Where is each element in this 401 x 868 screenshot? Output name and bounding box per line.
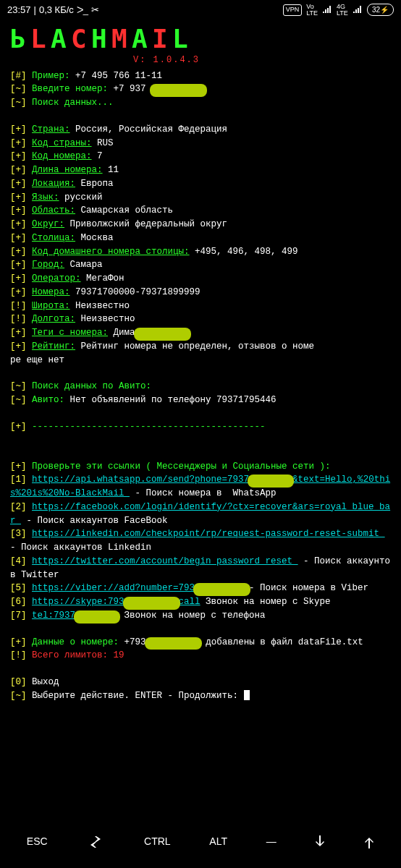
cursor-icon[interactable] bbox=[244, 690, 250, 700]
value-country-code: RUS bbox=[97, 138, 114, 148]
value-longitude: Неизвестно bbox=[81, 314, 135, 324]
signal-icon-2 bbox=[353, 6, 363, 14]
terminal-icon: ᐳ_ bbox=[77, 3, 88, 17]
svg-text:A: A bbox=[132, 24, 149, 54]
value-avito: Нет объявлений по телефону 79371795446 bbox=[70, 395, 277, 405]
app-version: V: 1.0.4.3 bbox=[0, 54, 210, 67]
redacted-link1 bbox=[249, 473, 292, 487]
svg-text:M: M bbox=[111, 24, 129, 54]
dash-key[interactable]: — bbox=[266, 834, 277, 849]
svg-text:L: L bbox=[172, 24, 190, 54]
svg-text:H: H bbox=[91, 24, 109, 54]
status-bar: 23:57 | 0,3 КБ/с ᐳ_ ✂ VPN VoLTE 4GLTE 32… bbox=[0, 0, 401, 20]
up-arrow-key[interactable] bbox=[364, 835, 374, 848]
value-city: Самара bbox=[70, 260, 103, 270]
added-to-file: добавлены в файл dataFile.txt bbox=[206, 637, 363, 647]
value-tag-name: Дима bbox=[114, 328, 135, 338]
alt-key[interactable]: ALT bbox=[209, 834, 227, 849]
label-country-code: Код страны: bbox=[32, 138, 92, 148]
down-arrow-key[interactable] bbox=[315, 835, 325, 848]
svg-text:L: L bbox=[30, 24, 48, 54]
link7-desc: Звонок на номер с телефона bbox=[119, 610, 266, 621]
exit-option[interactable]: Выход bbox=[32, 677, 59, 687]
label-home-code: Код домашнего номера столицы: bbox=[32, 247, 190, 257]
redacted-number bbox=[151, 82, 206, 96]
volte-icon: VoLTE bbox=[306, 4, 318, 17]
link-tel[interactable]: tel:7937 bbox=[32, 610, 119, 621]
label-avito: Авито: bbox=[32, 395, 64, 405]
divider-dashes: ----------------------------------------… bbox=[32, 422, 266, 432]
redacted-link5 bbox=[195, 582, 249, 595]
label-country: Страна: bbox=[32, 124, 70, 135]
label-avito-search: Поиск данных по Авито: bbox=[32, 381, 151, 391]
link-twitter[interactable]: https://twitter.com/account/begin_passwo… bbox=[32, 556, 298, 566]
added-number: +793 bbox=[124, 637, 146, 647]
redacted-tag bbox=[135, 326, 190, 340]
app-logo: Ь L A C H M A I L bbox=[0, 20, 401, 54]
value-numbers: 79371700000-79371899999 bbox=[75, 287, 200, 297]
label-numbers: Номера: bbox=[32, 287, 70, 297]
svg-text:C: C bbox=[71, 24, 88, 54]
status-time: 23:57 bbox=[7, 3, 31, 17]
label-tags: Теги с номера: bbox=[32, 328, 108, 338]
redacted-added bbox=[146, 636, 200, 650]
label-region: Область: bbox=[32, 205, 75, 216]
label-capital: Столица: bbox=[32, 233, 75, 243]
link5-desc: - Поиск номера в Viber bbox=[249, 583, 368, 593]
signal-icon bbox=[322, 6, 332, 14]
status-right: VPN VoLTE 4GLTE 32⚡ bbox=[283, 4, 394, 17]
link-linkedin[interactable]: https://linkedin.com/checkpoint/rp/reque… bbox=[32, 529, 385, 539]
label-number-code: Код номера: bbox=[32, 151, 92, 161]
svg-text:I: I bbox=[152, 24, 169, 54]
label-operator: Оператор: bbox=[32, 273, 81, 284]
value-number-code: 7 bbox=[97, 151, 103, 161]
value-location: Европа bbox=[81, 179, 114, 189]
battery-badge: 32⚡ bbox=[367, 4, 394, 16]
rating-tail: ре еще нет bbox=[10, 355, 64, 365]
link6-desc: Звонок на номер с Skype bbox=[200, 597, 331, 607]
value-language: русский bbox=[64, 192, 103, 203]
redacted-link6 bbox=[124, 595, 179, 609]
label-number-len: Длина номера: bbox=[32, 165, 103, 175]
esc-key[interactable]: ESC bbox=[27, 834, 48, 849]
value-country: Россия, Российская Федерация bbox=[75, 124, 227, 135]
status-left: 23:57 | 0,3 КБ/с ᐳ_ ✂ bbox=[7, 3, 99, 17]
label-enter-number: Введите номер: bbox=[32, 84, 108, 94]
label-location: Локация: bbox=[32, 179, 75, 189]
label-district: Округ: bbox=[32, 219, 64, 229]
label-language: Язык: bbox=[32, 192, 59, 203]
label-check-links: Проверьте эти ссылки ( Мессенджеры и Соц… bbox=[32, 461, 331, 472]
tab-key[interactable] bbox=[86, 836, 105, 848]
value-rating: Рейтинг номера не определен, отзывов о н… bbox=[81, 341, 315, 352]
value-number-len: 11 bbox=[108, 165, 119, 175]
terminal-output: [#] Пример: +7 495 766 11-11 [~] Введите… bbox=[0, 67, 401, 706]
value-operator: МегаФон bbox=[86, 273, 124, 284]
svg-text:Ь: Ь bbox=[10, 24, 28, 54]
searching-text: Поиск данных... bbox=[32, 98, 114, 108]
link-skype[interactable]: https://skype:793 call bbox=[32, 597, 200, 607]
value-capital: Москва bbox=[81, 233, 114, 243]
svg-text:A: A bbox=[51, 24, 68, 54]
keyboard-bar: ESC CTRL ALT — bbox=[0, 824, 401, 868]
label-data-about: Данные о номере: bbox=[32, 637, 119, 647]
vpn-badge: VPN bbox=[283, 4, 303, 16]
ctrl-key[interactable]: CTRL bbox=[144, 834, 171, 849]
label-longitude: Долгота: bbox=[32, 314, 75, 324]
value-region: Самарская область bbox=[81, 205, 174, 216]
link-viber[interactable]: https://viber://add?number=793 bbox=[32, 583, 249, 593]
value-latitude: Неизвестно bbox=[75, 301, 130, 311]
limits-text: Всего лимитов: 19 bbox=[32, 650, 124, 660]
label-rating: Рейтинг: bbox=[32, 341, 75, 352]
value-district: Приволжский федеральный округ bbox=[70, 219, 228, 229]
entered-prefix: +7 937 bbox=[114, 84, 146, 94]
lte-icon: 4GLTE bbox=[337, 4, 348, 17]
value-home-code: +495, 496, 498, 499 bbox=[195, 247, 298, 257]
choose-action: Выберите действие. ENTER - Продолжить: bbox=[32, 691, 238, 701]
label-example: Пример: bbox=[32, 71, 70, 81]
example-number: +7 495 766 11-11 bbox=[75, 71, 162, 81]
link1-desc: - Поиск номера в WhatsApp bbox=[130, 488, 277, 498]
link2-desc: - Поиск аккаунтов FaceBook bbox=[21, 516, 168, 526]
scissors-icon: ✂ bbox=[91, 3, 99, 17]
status-speed: 0,3 КБ/с bbox=[39, 3, 74, 17]
label-city: Город: bbox=[32, 260, 64, 270]
